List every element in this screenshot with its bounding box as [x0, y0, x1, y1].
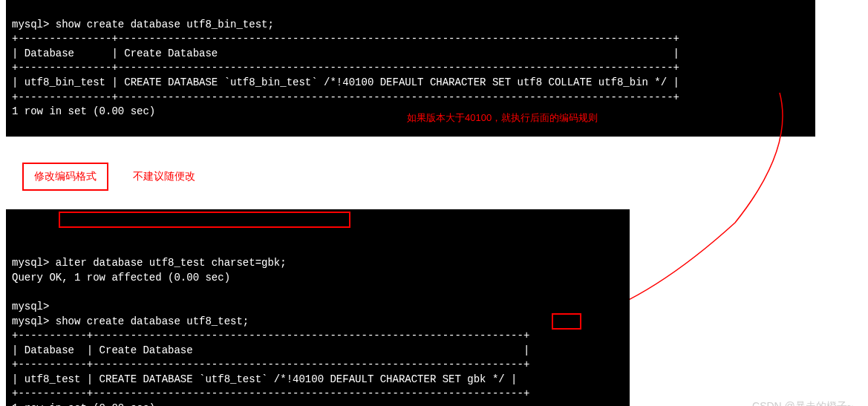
table-row: | utf8_test | CREATE DATABASE `utf8_test… [12, 373, 518, 385]
watermark: CSDN @暴走的橙子~ [752, 400, 853, 406]
highlight-alter-command [59, 212, 350, 228]
annotation-section: 修改编码格式 不建议随便改 [0, 148, 868, 198]
table-separator: +-----------+---------------------------… [12, 330, 529, 341]
mysql-show-line: mysql> show create database utf8_test; [12, 315, 249, 327]
label-warning: 不建议随便改 [133, 170, 195, 183]
label-modify-encoding: 修改编码格式 [22, 163, 108, 191]
mysql-prompt-line: mysql> show create database utf8_bin_tes… [12, 19, 274, 30]
terminal-output-1: mysql> show create database utf8_bin_tes… [6, 0, 815, 137]
table-header: | Database | Create Database | [12, 344, 529, 356]
table-separator: +-----------+---------------------------… [12, 358, 529, 370]
result-footer: 1 row in set (0.00 sec) [12, 105, 155, 117]
table-row: | utf8_bin_test | CREATE DATABASE `utf8_… [12, 76, 679, 88]
table-header: | Database | Create Database | [12, 48, 679, 59]
table-separator: +---------------+-----------------------… [12, 62, 679, 73]
table-separator: +---------------+-----------------------… [12, 33, 679, 45]
query-ok-line: Query OK, 1 row affected (0.00 sec) [12, 272, 230, 284]
highlight-gbk [552, 313, 581, 330]
annotation-version: 如果版本大于40100，就执行后面的编码规则 [407, 111, 598, 125]
mysql-prompt-empty: mysql> [12, 301, 49, 312]
mysql-alter-line: mysql> alter database utf8_test charset=… [12, 257, 287, 269]
terminal-output-2: mysql> alter database utf8_test charset=… [6, 209, 630, 406]
table-separator: +-----------+---------------------------… [12, 387, 529, 399]
result-footer: 1 row in set (0.00 sec) [12, 402, 155, 406]
table-separator: +---------------+-----------------------… [12, 91, 679, 103]
